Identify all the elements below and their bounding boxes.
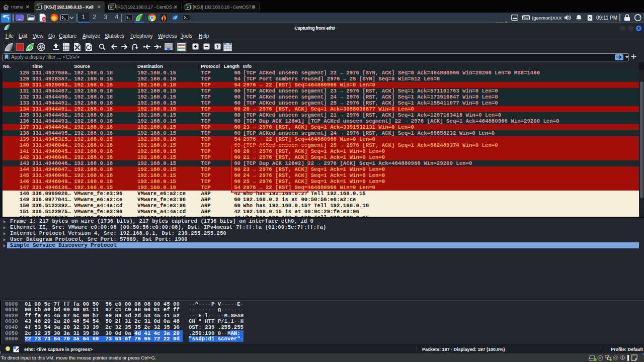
svg-text:1: 1 xyxy=(216,44,219,49)
